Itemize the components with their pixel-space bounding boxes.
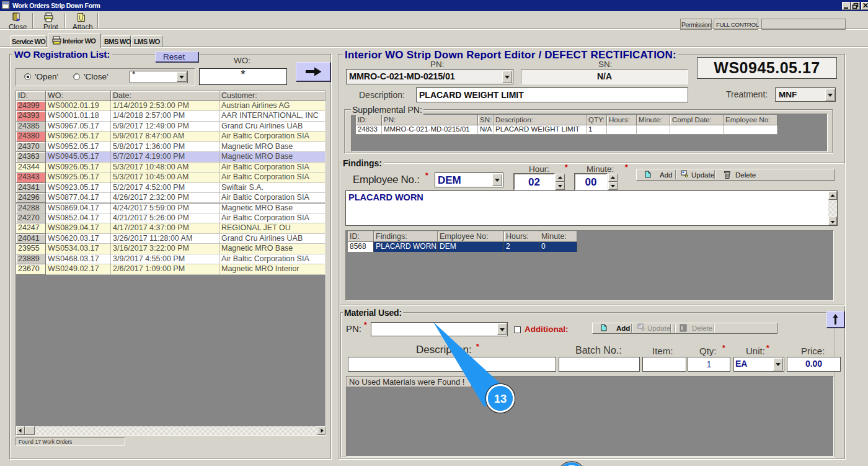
svg-text:13: 13 bbox=[494, 392, 507, 405]
